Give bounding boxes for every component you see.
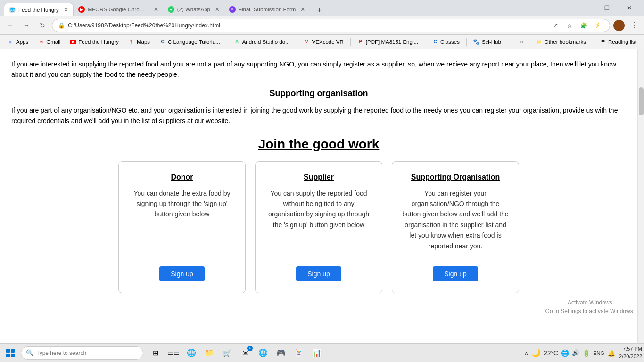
org-card: Supporting Organisation You can register…: [392, 161, 519, 293]
classes-icon: C: [432, 39, 438, 45]
tray-notification[interactable]: 🔔: [607, 349, 615, 357]
tray-network: 🌐: [561, 349, 569, 357]
youtube-icon: ▶: [70, 40, 76, 44]
org-paragraph: If you are part of any organisation/NGO …: [11, 105, 626, 126]
sys-tray: ∧ 🌙 22°C 🌐 🔊 🔋 ENG 🔔: [524, 348, 615, 357]
tab-feed-the-hungry[interactable]: 🌐 Feed the Hungry ✕: [4, 3, 74, 16]
taskbar-edge[interactable]: 🌐: [183, 345, 200, 362]
close-button[interactable]: ✕: [619, 0, 640, 16]
bookmark-vexcode[interactable]: V VEXcode VR: [300, 38, 347, 46]
donor-card-description: You can donate the extra food by signing…: [128, 188, 236, 220]
more-bookmarks[interactable]: »: [517, 38, 526, 46]
bookmark-apps[interactable]: ⊞ Apps: [4, 38, 32, 46]
bookmark-divider-1: [227, 38, 227, 46]
tab-close-3[interactable]: ✕: [215, 6, 220, 13]
forward-button[interactable]: →: [20, 19, 33, 32]
tab-favicon-2: ▶: [78, 6, 85, 13]
extensions-icon[interactable]: 🧩: [578, 19, 590, 32]
bookmarks-bar: ⊞ Apps M Gmail ▶ Feed the Hungry 📍 Maps …: [0, 35, 644, 49]
taskbar: 🔍 ⊞ ▭▭ 🌐 📁 🛒 ✉ 4 🌐 🎮 🃏 📊 ∧ 🌙 22°C 🌐 🔊 🔋 …: [0, 343, 644, 362]
bookmark-clang-label: C Language Tutoria...: [168, 39, 220, 45]
taskbar-search-input[interactable]: [36, 350, 138, 356]
tab-label-3: (2) WhatsApp: [177, 7, 210, 12]
restore-button[interactable]: ❐: [596, 0, 618, 16]
temperature-display: 22°C: [544, 349, 558, 357]
bookmark-star-icon[interactable]: ☆: [563, 19, 576, 32]
tray-chevron[interactable]: ∧: [524, 350, 528, 356]
bookmark-maps[interactable]: 📍 Maps: [124, 38, 154, 46]
folder-icon: 📁: [536, 39, 543, 45]
supplier-signup-button[interactable]: Sign up: [296, 266, 341, 281]
page-container: If you are interested in supplying the r…: [0, 49, 644, 344]
tab-whatsapp[interactable]: ● (2) WhatsApp ✕: [163, 3, 224, 16]
address-text: C:/Users/91982/Desktop/Feed%20the%20Hung…: [68, 22, 544, 29]
org-signup-button[interactable]: Sign up: [433, 266, 478, 281]
back-button[interactable]: ←: [4, 19, 17, 32]
start-button[interactable]: [2, 345, 19, 362]
taskbar-search-icon: 🔍: [26, 349, 33, 356]
taskbar-app7[interactable]: 🎮: [272, 345, 289, 362]
bookmark-divider-4: [425, 38, 425, 46]
intro-paragraph: If you are interested in supplying the r…: [11, 59, 626, 80]
taskbar-right: ∧ 🌙 22°C 🌐 🔊 🔋 ENG 🔔 7:57 PM 2/20/2022: [524, 346, 642, 360]
taskbar-search[interactable]: 🔍: [21, 346, 143, 360]
windows-icon: [6, 349, 15, 357]
tab-close-4[interactable]: ✕: [300, 6, 305, 13]
vexcode-icon: V: [304, 39, 310, 45]
bookmark-divider-3: [350, 38, 351, 46]
bookmark-scihub[interactable]: 🐾 Sci-Hub: [470, 38, 505, 46]
gmail-icon: M: [38, 39, 44, 45]
tray-battery: 🔋: [582, 349, 590, 357]
tab-label-1: Feed the Hungry: [18, 7, 59, 13]
tab-label-2: MFORS Google Chrome 2022 02: [88, 7, 149, 12]
scrollbar[interactable]: [637, 49, 644, 344]
taskbar-app8[interactable]: 🃏: [290, 345, 307, 362]
tab-favicon-1: 🌐: [9, 7, 16, 13]
reading-icon: ☰: [600, 39, 606, 45]
browser-chrome: 🌐 Feed the Hungry ✕ ▶ MFORS Google Chrom…: [0, 0, 644, 49]
bookmark-clang[interactable]: C C Language Tutoria...: [156, 38, 224, 46]
tab-mfors[interactable]: ▶ MFORS Google Chrome 2022 02 ✕: [74, 3, 163, 16]
bookmark-pdf[interactable]: P [PDF] MA8151 Engi...: [354, 38, 422, 46]
bookmark-android[interactable]: A Android Studio do...: [230, 38, 294, 46]
join-title: Join the good work: [11, 137, 626, 152]
taskbar-multitasking[interactable]: ▭▭: [165, 345, 182, 362]
activate-line2: Go to Settings to activate Windows.: [545, 307, 635, 315]
sync-icon[interactable]: ⚡: [592, 19, 604, 32]
tray-sound: 🔊: [572, 349, 579, 356]
taskbar-task-view[interactable]: ⊞: [147, 345, 164, 362]
bookmark-youtube[interactable]: ▶ Feed the Hungry: [66, 38, 123, 46]
bookmark-classes[interactable]: C Classes: [428, 38, 463, 46]
tab-submission[interactable]: ≡ Final- Submission Form ✕: [224, 3, 310, 16]
bookmark-apps-label: Apps: [16, 39, 28, 45]
bookmark-other[interactable]: 📁 Other bookmarks: [532, 38, 590, 46]
new-tab-button[interactable]: +: [314, 5, 325, 16]
bookmark-gmail[interactable]: M Gmail: [34, 38, 64, 46]
tab-close-2[interactable]: ✕: [154, 6, 158, 13]
activate-line1: Activate Windows: [545, 298, 635, 307]
profile-avatar: [613, 20, 625, 31]
scrollbar-thumb[interactable]: [639, 87, 644, 115]
profile-icon[interactable]: [613, 19, 625, 32]
org-card-description: You can register your organisation/NGO t…: [402, 188, 509, 251]
taskbar-files[interactable]: 📁: [201, 345, 218, 362]
taskbar-chrome[interactable]: 🌐: [255, 345, 272, 362]
page-content: If you are interested in supplying the r…: [0, 49, 637, 344]
tab-close-1[interactable]: ✕: [64, 7, 68, 13]
lock-icon: 🔒: [58, 22, 65, 29]
bookmark-android-label: Android Studio do...: [242, 39, 290, 45]
donor-signup-button[interactable]: Sign up: [159, 266, 204, 281]
settings-icon[interactable]: ⋮: [628, 19, 640, 32]
clock[interactable]: 7:57 PM 2/20/2022: [619, 346, 642, 360]
bookmark-reading[interactable]: ☰ Reading list: [596, 38, 640, 46]
address-input[interactable]: 🔒 C:/Users/91982/Desktop/Feed%20the%20Hu…: [52, 19, 610, 32]
taskbar-mail[interactable]: ✉ 4: [237, 345, 254, 362]
share-icon[interactable]: ↗: [549, 19, 561, 32]
bookmark-scihub-label: Sci-Hub: [482, 39, 501, 45]
taskbar-app9[interactable]: 📊: [308, 345, 325, 362]
taskbar-store[interactable]: 🛒: [219, 345, 236, 362]
refresh-button[interactable]: ↻: [36, 19, 49, 32]
minimize-button[interactable]: ─: [573, 0, 595, 16]
pdf-icon: P: [357, 39, 364, 45]
org-card-title: Supporting Organisation: [411, 173, 500, 181]
